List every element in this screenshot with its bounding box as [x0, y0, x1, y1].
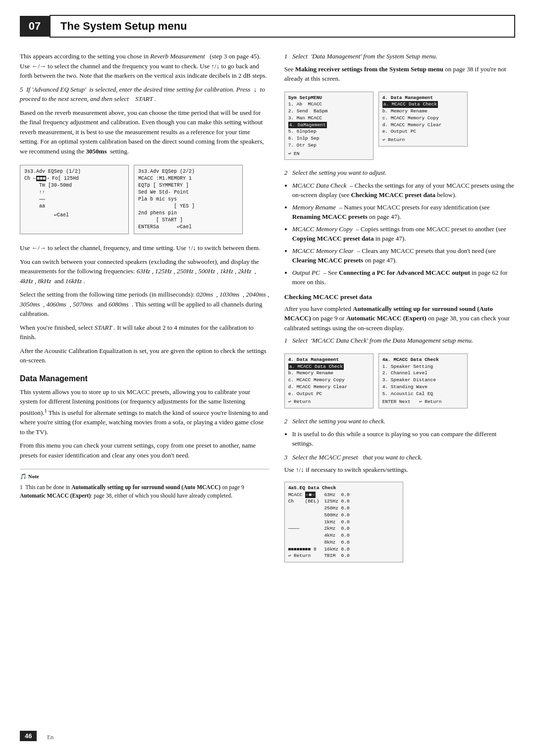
- sub-step1: 1 Select 'MCACC Data Check' from the Dat…: [284, 336, 515, 346]
- setup-screens-row: Sym SetpMENU 1. Ab MCACC 2. Send BaSpm 3…: [284, 88, 515, 164]
- right-step1-see: See Making receiver settings from the Sy…: [284, 64, 515, 84]
- intro-para-1: This appears according to the setting yo…: [20, 51, 269, 81]
- note-box: 🎵 Note 1 This can be done in Automatical…: [20, 469, 269, 500]
- chapter-title: The System Setup menu: [50, 15, 515, 38]
- sub-bullet1: It is useful to do this while a source i…: [292, 429, 515, 449]
- sub-bullets: It is useful to do this while a source i…: [292, 429, 515, 449]
- intro-para-2: 5 If 'Advanced EQ Setup' is selected, en…: [20, 85, 269, 104]
- mcacc-check-screen-wrap: 4a. MCACC Data Check 1. Speaker Setting …: [378, 350, 468, 412]
- note-text: 1 This can be done in Automatically sett…: [20, 483, 269, 501]
- mcacc-check-screen: 4a. MCACC Data Check 1. Speaker Setting …: [378, 353, 468, 408]
- page-header: 07 The System Setup menu: [20, 15, 515, 38]
- content-area: This appears according to the setting yo…: [20, 51, 515, 566]
- data-mgmt2-screen: 4. Data Management a. MCACC Data Check b…: [284, 353, 374, 408]
- sub-step2: 2 Select the setting you want to check.: [284, 416, 515, 426]
- eq-screen-1: 3s3.Adv EQSep (1/2) Ch ←■■■→ Fo[ 125Hd T…: [20, 165, 129, 234]
- left-column: This appears according to the setting yo…: [20, 51, 269, 566]
- page-number: 46: [20, 731, 37, 741]
- eq-data-screen-wrap: 4a5.EQ Data Check MCACC ←■→ Ch (BEL) ———…: [284, 478, 515, 566]
- para-switch: You can switch between your connected sp…: [20, 257, 269, 286]
- right-column: 1 Select 'Data Management' from the Syst…: [284, 51, 515, 566]
- data-mgmt-menu-screen: 4. Data Management a. MCACC Data Check b…: [378, 88, 468, 164]
- data-mgmt2-screen-wrap: 4. Data Management a. MCACC Data Check b…: [284, 350, 374, 412]
- para-select: Use ←/→ to select the channel, frequency…: [20, 243, 269, 253]
- bullet-memory-rename: Memory Rename – Names your MCACC presets…: [292, 202, 515, 222]
- para-acoustic: After the Acoustic Calibration Equalizat…: [20, 346, 269, 365]
- sub-para1: After you have completed Automatically s…: [284, 304, 515, 333]
- data-check-screens-row: 4. Data Management a. MCACC Data Check b…: [284, 350, 515, 412]
- data-mgmt-para2: From this menu you can check your curren…: [20, 441, 269, 460]
- data-mgmt-para1: This system allows you to store up to si…: [20, 387, 269, 437]
- sub-step3: 3 Select the MCACC preset that you want …: [284, 453, 515, 462]
- sub-step3b: Use ↑/↓ if necessary to switch speakers/…: [284, 465, 515, 475]
- para-time: Select the setting from the following ti…: [20, 290, 269, 319]
- en-label: En: [47, 734, 54, 741]
- right-step2: 2 Select the setting you want to adjust.: [284, 168, 515, 178]
- chapter-number: 07: [20, 16, 50, 37]
- bullet-mcacc-check: MCACC Data Check – Checks the settings f…: [292, 181, 515, 200]
- bullet-memory-clear: MCACC Memory Clear – Clears any MCACC pr…: [292, 246, 515, 265]
- eq-screen-2: 3s3.Adv EQSep (2/2) MCACC :M1.MEMORY 1 E…: [134, 165, 243, 234]
- bullet-memory-copy: MCACC Memory Copy – Copies settings from…: [292, 224, 515, 244]
- right-step1: 1 Select 'Data Management' from the Syst…: [284, 51, 515, 61]
- bullet-output-pc: Output PC – See Connecting a PC for Adva…: [292, 268, 515, 287]
- sys-setup-menu-screen: Sym SetpMENU 1. Ab MCACC 2. Send BaSpm 3…: [284, 88, 374, 164]
- checking-mcacc-heading: Checking MCACC preset data: [284, 293, 515, 301]
- eq-data-screen: 4a5.EQ Data Check MCACC ←■→ Ch (BEL) ———…: [284, 482, 403, 562]
- adjustment-bullets: MCACC Data Check – Checks the settings f…: [292, 181, 515, 287]
- data-management-heading: Data Management: [20, 374, 269, 383]
- note-icon: 🎵 Note: [20, 473, 39, 479]
- intro-para-3: Based on the reverb measurement above, y…: [20, 108, 269, 156]
- para-finished: When you're finished, select START . It …: [20, 323, 269, 342]
- data-mgmt-screen-box: 4. Data Management a. MCACC Data Check b…: [378, 92, 468, 147]
- sys-setup-screen-box: Sym SetpMENU 1. Ab MCACC 2. Send BaSpm 3…: [284, 92, 374, 160]
- eq-screens-row: 3s3.Adv EQSep (1/2) Ch ←■■■→ Fo[ 125Hd T…: [20, 161, 269, 238]
